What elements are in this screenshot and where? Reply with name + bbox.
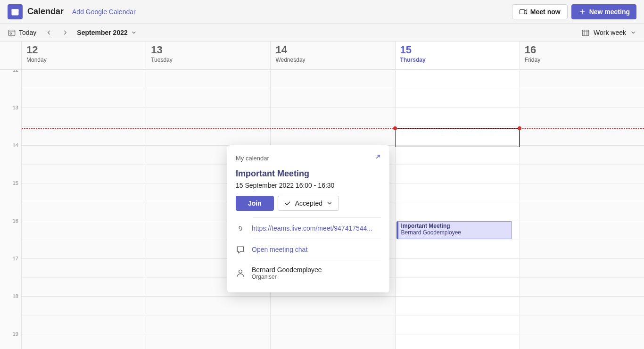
chevron-left-icon xyxy=(46,29,52,36)
day-column-monday[interactable] xyxy=(22,70,146,349)
next-week-button[interactable] xyxy=(57,25,73,41)
plus-icon xyxy=(578,8,586,16)
time-selection[interactable] xyxy=(396,128,520,147)
event-title: Important Meeting xyxy=(236,169,381,179)
organiser-name: Bernard Goodemployee xyxy=(252,266,322,274)
today-button[interactable]: Today xyxy=(8,28,36,37)
day-header-tuesday: 13Tuesday xyxy=(146,42,271,69)
hour-label-19: 19 xyxy=(13,331,18,337)
meet-now-button[interactable]: Meet now xyxy=(512,4,568,19)
chevron-down-icon xyxy=(131,29,137,36)
hour-label-13: 13 xyxy=(13,105,18,110)
open-chat-link[interactable]: Open meeting chat xyxy=(252,246,307,253)
calendar-app-icon xyxy=(8,4,23,19)
meeting-link[interactable]: https://teams.live.com/meet/947417544... xyxy=(252,224,372,232)
hour-label-14: 14 xyxy=(13,142,18,148)
new-meeting-button[interactable]: New meeting xyxy=(571,4,636,19)
add-google-calendar-link[interactable]: Add Google Calendar xyxy=(72,8,136,16)
now-dot xyxy=(393,126,397,130)
hour-label-15: 15 xyxy=(13,180,18,186)
hour-label-12: 12 xyxy=(13,70,18,73)
hour-label-18: 18 xyxy=(13,293,18,299)
day-column-thursday[interactable]: Important MeetingBernard Goodemployee xyxy=(396,70,520,349)
now-indicator xyxy=(22,128,644,129)
page-title: Calendar xyxy=(27,7,64,17)
svg-rect-3 xyxy=(8,30,15,35)
event-important-meeting[interactable]: Important MeetingBernard Goodemployee xyxy=(396,221,512,239)
svg-rect-4 xyxy=(10,33,11,34)
workweek-icon xyxy=(581,28,590,37)
hour-label-17: 17 xyxy=(13,256,18,261)
calendar-name-label: My calendar xyxy=(236,155,269,162)
event-popover: My calendar Important Meeting 15 Septemb… xyxy=(227,145,389,292)
video-icon xyxy=(519,8,528,16)
event-time: 15 September 2022 16:00 - 16:30 xyxy=(236,182,381,189)
svg-point-6 xyxy=(239,270,242,273)
prev-week-button[interactable] xyxy=(41,25,57,41)
check-icon xyxy=(284,199,291,207)
day-column-friday[interactable] xyxy=(520,70,644,349)
svg-rect-2 xyxy=(520,9,525,14)
join-button[interactable]: Join xyxy=(236,196,274,211)
chat-icon xyxy=(236,245,245,254)
now-dot xyxy=(518,126,521,130)
day-header-monday: 12Monday xyxy=(22,42,146,69)
day-header-thursday: 15Thursday xyxy=(396,42,520,69)
chevron-right-icon xyxy=(62,29,68,36)
hour-label-16: 16 xyxy=(13,218,18,224)
person-icon xyxy=(236,268,245,278)
chevron-down-icon xyxy=(326,200,333,207)
rsvp-status-button[interactable]: Accepted xyxy=(278,196,339,211)
day-header-wednesday: 14Wednesday xyxy=(271,42,395,69)
chevron-down-icon xyxy=(630,29,636,36)
view-selector[interactable]: Work week xyxy=(581,28,636,37)
today-icon xyxy=(8,28,16,37)
month-picker[interactable]: September 2022 xyxy=(73,29,137,36)
organiser-role: Organiser xyxy=(252,274,322,280)
expand-icon[interactable] xyxy=(372,154,381,162)
svg-rect-5 xyxy=(582,30,589,35)
day-header-friday: 16Friday xyxy=(520,42,644,69)
svg-rect-1 xyxy=(12,9,19,11)
link-icon xyxy=(236,224,245,233)
